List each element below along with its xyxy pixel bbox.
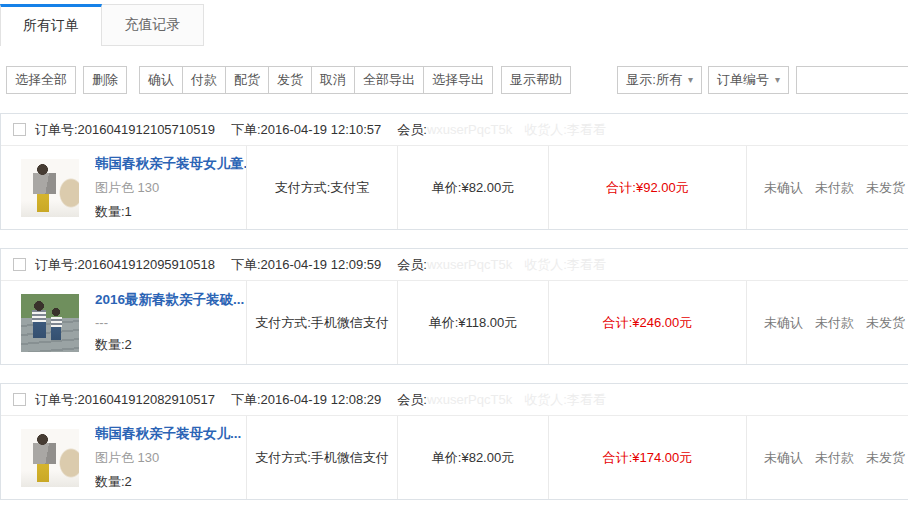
product-quantity: 数量:1 (95, 203, 246, 221)
status-unconfirmed: 未确认 (764, 449, 803, 467)
order-total-cell: 合计:¥92.00元 (548, 146, 746, 229)
delete-button[interactable]: 删除 (83, 66, 127, 94)
show-help-button[interactable]: 显示帮助 (501, 66, 571, 94)
product-cell: 韩国春秋亲子装母女儿... 图片色 130 数量:2 (1, 416, 246, 499)
order-number: 订单号:2016041912095910518 (35, 256, 215, 274)
unit-price-cell: 单价:¥118.00元 (397, 281, 548, 364)
product-quantity: 数量:2 (95, 336, 244, 354)
product-info: 韩国春秋亲子装母女儿... 图片色 130 数量:2 (95, 425, 241, 491)
export-selected-button[interactable]: 选择导出 (423, 66, 493, 94)
product-info: 韩国春秋亲子装母女儿童... 图片色 130 数量:1 (95, 155, 246, 221)
payment-method-cell: 支付方式:手机微信支付 (246, 416, 397, 499)
payment-method-cell: 支付方式:手机微信支付 (246, 281, 397, 364)
export-all-button[interactable]: 全部导出 (354, 66, 424, 94)
order-actions-group: 确认 付款 配货 发货 取消 全部导出 选择导出 (139, 66, 493, 94)
status-unpaid: 未付款 (815, 314, 854, 332)
order-checkbox[interactable] (13, 123, 26, 136)
status-unconfirmed: 未确认 (764, 179, 803, 197)
order-body: 2016最新春款亲子装破... --- 数量:2 支付方式:手机微信支付 单价:… (1, 281, 908, 364)
receiver-name: 收货人:李看看 (524, 256, 606, 274)
order-total-cell: 合计:¥174.00元 (548, 416, 746, 499)
ship-button[interactable]: 发货 (268, 66, 312, 94)
toolbar: 选择全部 删除 确认 付款 配货 发货 取消 全部导出 选择导出 显示帮助 显示… (6, 66, 908, 94)
order-total-cell: 合计:¥246.00元 (548, 281, 746, 364)
status-unshipped: 未发货 (866, 179, 905, 197)
order-card: 订单号:2016041912095910518 下单:2016-04-19 12… (0, 248, 908, 365)
order-header: 订单号:2016041912082910517 下单:2016-04-19 12… (1, 384, 908, 416)
receiver-name: 收货人:李看看 (524, 121, 606, 139)
member-value: wxuserPqcT5k (427, 257, 512, 272)
payment-method-cell: 支付方式:支付宝 (246, 146, 397, 229)
order-checkbox[interactable] (13, 393, 26, 406)
status-unshipped: 未发货 (866, 314, 905, 332)
member-label: 会员: (397, 121, 427, 139)
chevron-down-icon: ▾ (688, 75, 693, 85)
unit-price-cell: 单价:¥82.00元 (397, 416, 548, 499)
member-value: wxuserPqcT5k (427, 392, 512, 407)
cancel-button[interactable]: 取消 (311, 66, 355, 94)
order-card: 订单号:2016041912082910517 下单:2016-04-19 12… (0, 383, 908, 500)
product-cell: 2016最新春款亲子装破... --- 数量:2 (1, 281, 246, 364)
order-placed-time: 下单:2016-04-19 12:10:57 (231, 121, 381, 139)
product-quantity: 数量:2 (95, 473, 241, 491)
confirm-button[interactable]: 确认 (139, 66, 183, 94)
product-title-link[interactable]: 韩国春秋亲子装母女儿... (95, 425, 241, 443)
order-card: 订单号:2016041912105710519 下单:2016-04-19 12… (0, 113, 908, 230)
status-unpaid: 未付款 (815, 179, 854, 197)
member-label: 会员: (397, 391, 427, 409)
status-cell: 未确认 未付款 未发货 (746, 281, 908, 364)
select-all-button[interactable]: 选择全部 (6, 66, 76, 94)
order-number: 订单号:2016041912105710519 (35, 121, 215, 139)
order-number-filter-label: 订单编号 (717, 67, 769, 93)
allocate-button[interactable]: 配货 (225, 66, 269, 94)
order-number: 订单号:2016041912082910517 (35, 391, 215, 409)
receiver-name: 收货人:李看看 (524, 391, 606, 409)
unit-price-cell: 单价:¥82.00元 (397, 146, 548, 229)
product-thumbnail[interactable] (21, 429, 79, 487)
product-variant: 图片色 130 (95, 179, 246, 197)
product-cell: 韩国春秋亲子装母女儿童... 图片色 130 数量:1 (1, 146, 246, 229)
order-number-filter-dropdown[interactable]: 订单编号 ▾ (708, 66, 789, 94)
tab-recharge-records[interactable]: 充值记录 (102, 4, 204, 46)
product-title-link[interactable]: 韩国春秋亲子装母女儿童... (95, 155, 246, 173)
status-unpaid: 未付款 (815, 449, 854, 467)
product-title-link[interactable]: 2016最新春款亲子装破... (95, 291, 244, 309)
order-placed-time: 下单:2016-04-19 12:09:59 (231, 256, 381, 274)
search-input[interactable] (796, 66, 908, 94)
order-placed-time: 下单:2016-04-19 12:08:29 (231, 391, 381, 409)
display-filter-label: 显示:所有 (626, 67, 682, 93)
status-cell: 未确认 未付款 未发货 (746, 416, 908, 499)
order-checkbox[interactable] (13, 258, 26, 271)
chevron-down-icon: ▾ (775, 75, 780, 85)
member-value: wxuserPqcT5k (427, 122, 512, 137)
order-header: 订单号:2016041912095910518 下单:2016-04-19 12… (1, 249, 908, 281)
status-cell: 未确认 未付款 未发货 (746, 146, 908, 229)
pay-button[interactable]: 付款 (182, 66, 226, 94)
product-thumbnail[interactable] (21, 159, 79, 217)
product-variant: --- (95, 315, 244, 330)
member-label: 会员: (397, 256, 427, 274)
status-unshipped: 未发货 (866, 449, 905, 467)
display-filter-dropdown[interactable]: 显示:所有 ▾ (617, 66, 702, 94)
tab-all-orders[interactable]: 所有订单 (0, 4, 102, 46)
product-variant: 图片色 130 (95, 449, 241, 467)
order-header: 订单号:2016041912105710519 下单:2016-04-19 12… (1, 114, 908, 146)
order-body: 韩国春秋亲子装母女儿童... 图片色 130 数量:1 支付方式:支付宝 单价:… (1, 146, 908, 229)
product-thumbnail[interactable] (21, 294, 79, 352)
tab-bar: 所有订单 充值记录 (0, 0, 908, 46)
product-info: 2016最新春款亲子装破... --- 数量:2 (95, 291, 244, 354)
order-body: 韩国春秋亲子装母女儿... 图片色 130 数量:2 支付方式:手机微信支付 单… (1, 416, 908, 499)
orders-list: 订单号:2016041912105710519 下单:2016-04-19 12… (0, 113, 908, 500)
status-unconfirmed: 未确认 (764, 314, 803, 332)
